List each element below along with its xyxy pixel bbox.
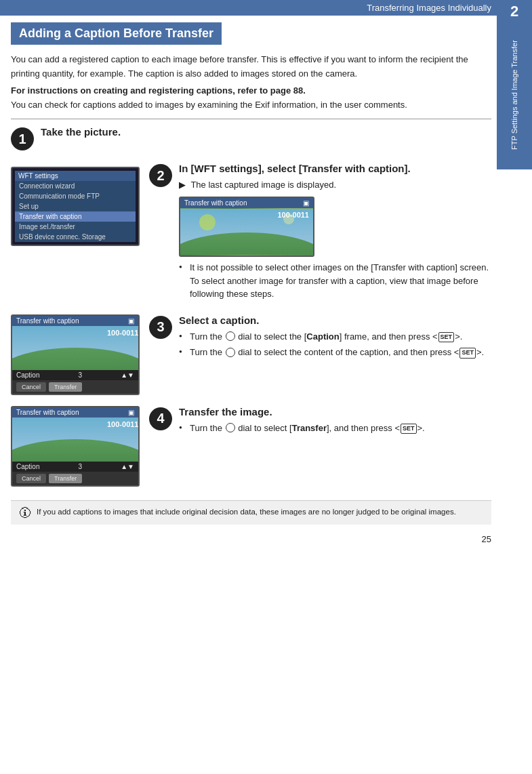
set-badge-1: SET — [438, 332, 455, 343]
caption-select-screen-3: Transfer with caption ▣ — [11, 406, 140, 487]
step-2-arrow-text: The last captured image is displayed. — [190, 180, 336, 190]
step-2-content: In [WFT settings], select [Transfer with… — [179, 163, 491, 303]
step-2-arrow: ▶ The last captured image is displayed. — [179, 178, 491, 192]
css-buttons-2: Cancel Transfer — [12, 380, 138, 394]
css-caption-value-3: 3 — [79, 463, 83, 470]
css-icon-3: ▣ — [128, 409, 134, 416]
step-1-number: 1 — [11, 127, 34, 150]
section-heading: Adding a Caption Before Transfer — [11, 22, 222, 45]
step-3-image-col: Transfer with caption ▣ — [11, 314, 140, 395]
note-box: 🛈 If you add captions to images that inc… — [11, 500, 491, 525]
note-icon: 🛈 — [19, 507, 31, 519]
step-4-content: Transfer the image. Turn the dial to sel… — [179, 406, 491, 438]
step-3-bullet-1: Turn the dial to select the [Caption] fr… — [179, 330, 491, 344]
wft-screen-header: WFT settings — [15, 171, 136, 181]
css-icon-2: ▣ — [128, 317, 134, 325]
css-cancel-btn-2[interactable]: Cancel — [16, 382, 46, 392]
css-caption-arrow-3: ▲▼ — [121, 463, 134, 470]
css-title-3: Transfer with caption — [16, 409, 79, 416]
step-1-title: Take the picture. — [41, 126, 491, 138]
svg-point-2 — [199, 214, 216, 230]
css-caption-arrow-2: ▲▼ — [121, 371, 134, 379]
step-2-number: 2 — [149, 164, 172, 187]
caption-screen-1-number: 100-0011 — [278, 211, 310, 219]
set-badge-2: SET — [459, 348, 476, 359]
svg-text:100-0011: 100-0011 — [107, 420, 138, 428]
caption-select-screen-2: Transfer with caption ▣ — [11, 314, 140, 395]
step-3-number: 3 — [149, 316, 172, 339]
css-transfer-btn-3[interactable]: Transfer — [49, 474, 82, 483]
step-2-bullets: It is not possible to select other image… — [179, 261, 491, 301]
step-1-content: Take the picture. — [41, 126, 491, 142]
step-3-num-content: 3 Select a caption. Turn the dial to sel… — [149, 314, 491, 362]
css-image-2: 100-0011 — [12, 326, 138, 370]
top-bar: Transferring Images Individually — [0, 0, 532, 16]
wft-item-0: Connection wizard — [15, 181, 136, 191]
css-caption-label-2: Caption — [16, 371, 39, 379]
dial-icon-1 — [226, 331, 235, 341]
css-cancel-btn-3[interactable]: Cancel — [16, 474, 46, 483]
step-2-row: WFT settings Connection wizard Communica… — [11, 163, 491, 303]
top-bar-title: Transferring Images Individually — [367, 3, 491, 13]
sidebar-number: 2 — [497, 0, 532, 20]
wft-item-2: Set up — [15, 201, 136, 211]
step-4-number: 4 — [149, 407, 172, 430]
caption-screen-1-icon: ▣ — [303, 199, 309, 207]
divider — [11, 119, 491, 119]
arrow-icon: ▶ — [179, 178, 186, 192]
step-4-image-col: Transfer with caption ▣ — [11, 406, 140, 487]
landscape-svg-3: 100-0011 — [12, 417, 138, 462]
wft-item-5: USB device connec. Storage — [15, 232, 136, 242]
step-4-row: Transfer with caption ▣ — [11, 406, 491, 487]
caption-screen-1-title: Transfer with caption — [184, 199, 247, 207]
css-buttons-3: Cancel Transfer — [12, 472, 138, 485]
css-title-2: Transfer with caption — [16, 317, 79, 325]
css-transfer-btn-2[interactable]: Transfer — [49, 382, 82, 392]
step-1: 1 Take the picture. — [11, 126, 491, 150]
landscape-svg-2: 100-0011 — [12, 326, 138, 370]
step-4-title: Transfer the image. — [179, 406, 491, 417]
sidebar-tab: FTP Settings and Image Transfer — [497, 20, 532, 169]
css-caption-value-2: 3 — [79, 371, 83, 379]
wft-item-4: Image sel./transfer — [15, 222, 136, 232]
step-3-row: Transfer with caption ▣ — [11, 314, 491, 395]
step-3-content: Select a caption. Turn the dial to selec… — [179, 314, 491, 362]
step-4-bullets: Turn the dial to select [Transfer], and … — [179, 422, 491, 435]
step-2-title: In [WFT settings], select [Transfer with… — [179, 163, 491, 174]
step-3-bullet-2: Turn the dial to select the content of t… — [179, 346, 491, 359]
step-4-num-content: 4 Transfer the image. Turn the dial to s… — [149, 406, 491, 438]
dial-icon-3 — [226, 423, 235, 432]
main-content: Adding a Caption Before Transfer You can… — [0, 16, 532, 531]
css-image-3: 100-0011 — [12, 417, 138, 462]
step-3-title: Select a caption. — [179, 314, 491, 326]
css-caption-row-3: Caption 3 ▲▼ — [12, 462, 138, 472]
wft-screen-body: Connection wizard Communication mode FTP… — [15, 181, 136, 242]
wft-screen: WFT settings Connection wizard Communica… — [11, 163, 140, 250]
page-number: 25 — [0, 531, 532, 548]
wft-screen-title: WFT settings — [18, 172, 58, 180]
caption-screen-1: Transfer with caption ▣ — [179, 197, 314, 257]
set-badge-3: SET — [401, 424, 417, 434]
caption-screen-1-header: Transfer with caption ▣ — [180, 198, 313, 208]
intro-para1: You can add a registered caption to each… — [11, 53, 491, 81]
wft-camera-screen: WFT settings Connection wizard Communica… — [11, 167, 140, 246]
css-header-2: Transfer with caption ▣ — [12, 316, 138, 326]
intro-bold: For instructions on creating and registe… — [11, 85, 491, 96]
caption-screen-1-image: 100-0011 — [180, 208, 313, 256]
step-4-bullet-1: Turn the dial to select [Transfer], and … — [179, 422, 491, 435]
intro-para2: You can check for captions added to imag… — [11, 98, 491, 113]
wft-item-1: Communication mode FTP — [15, 191, 136, 201]
css-caption-label-3: Caption — [16, 463, 39, 470]
step-2-bullet-1: It is not possible to select other image… — [179, 261, 491, 301]
dial-icon-2 — [226, 348, 235, 357]
wft-item-3: Transfer with caption — [15, 211, 136, 222]
css-header-3: Transfer with caption ▣ — [12, 407, 138, 417]
note-text: If you add captions to images that inclu… — [37, 506, 456, 518]
step-2-num-content: 2 In [WFT settings], select [Transfer wi… — [149, 163, 491, 303]
image-num-2: 100-0011 — [107, 329, 138, 337]
step-3-bullets: Turn the dial to select the [Caption] fr… — [179, 330, 491, 359]
css-caption-row-2: Caption 3 ▲▼ — [12, 370, 138, 380]
